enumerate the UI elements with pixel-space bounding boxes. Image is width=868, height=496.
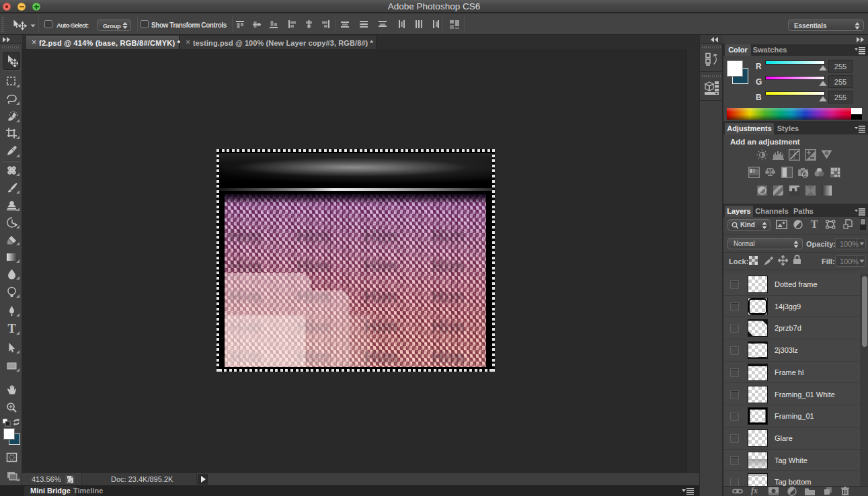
svg-text:T: T — [811, 219, 818, 229]
svg-text:T: T — [7, 323, 15, 335]
